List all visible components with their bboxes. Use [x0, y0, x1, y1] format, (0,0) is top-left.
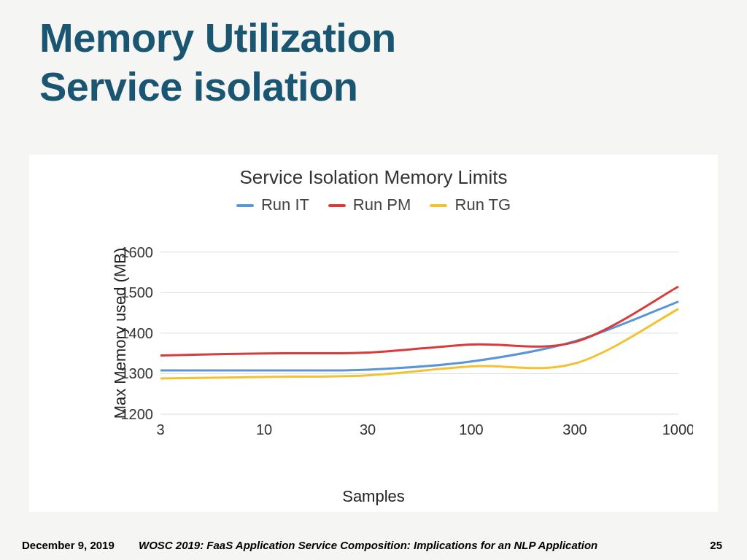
legend-label-2: Run TG	[455, 195, 511, 214]
x-tick-label: 3	[156, 421, 164, 438]
x-tick-label: 10	[256, 421, 272, 438]
y-tick-label: 1600	[121, 244, 154, 260]
slide-title-line2: Service isolation	[39, 62, 396, 111]
x-tick-label: 100	[459, 421, 483, 438]
footer-date: December 9, 2019	[22, 539, 115, 551]
y-tick-label: 1300	[121, 365, 154, 381]
legend-swatch-0	[236, 204, 254, 207]
chart-title: Service Isolation Memory Limits	[29, 166, 718, 189]
x-tick-label: 300	[562, 421, 587, 438]
slide-title: Memory Utilization Service isolation	[39, 13, 396, 111]
legend-entry-0: Run IT	[236, 195, 314, 214]
legend-entry-2: Run TG	[430, 195, 511, 214]
series-line-1	[160, 287, 678, 355]
plot-area: 12001300140015001600310301003001000	[117, 225, 693, 451]
legend-swatch-1	[328, 204, 346, 207]
footer-conference: WOSC 2019: FaaS Application Service Comp…	[139, 539, 597, 551]
legend-entry-1: Run PM	[328, 195, 416, 214]
footer-page-number: 25	[710, 539, 722, 551]
y-tick-label: 1200	[121, 406, 154, 422]
slide-title-line1: Memory Utilization	[39, 13, 396, 62]
legend-label-0: Run IT	[261, 195, 309, 214]
x-tick-label: 1000	[662, 421, 693, 438]
y-tick-label: 1500	[121, 284, 154, 300]
chart-legend: Run IT Run PM Run TG	[29, 195, 718, 214]
legend-swatch-2	[430, 204, 447, 207]
x-tick-label: 30	[360, 421, 376, 438]
x-axis-label: Samples	[29, 487, 718, 506]
series-line-0	[160, 302, 678, 371]
legend-label-1: Run PM	[353, 195, 411, 214]
y-tick-label: 1400	[121, 325, 154, 341]
chart: Service Isolation Memory Limits Run IT R…	[29, 155, 718, 512]
slide: Memory Utilization Service isolation Ser…	[0, 0, 747, 560]
series-line-2	[160, 309, 678, 379]
